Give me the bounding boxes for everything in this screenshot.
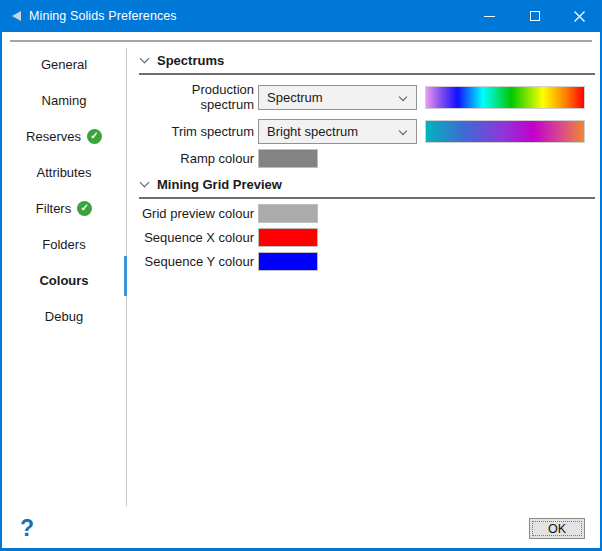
- chevron-down-icon[interactable]: [140, 54, 150, 64]
- sidebar-item-label: Debug: [45, 309, 83, 324]
- chevron-down-icon: [399, 92, 407, 100]
- title-bar: Mining Solids Preferences: [0, 0, 602, 32]
- check-circle-icon: ✓: [87, 129, 102, 144]
- check-circle-icon: ✓: [77, 201, 92, 216]
- colours-panel: Spectrums Production spectrum Spectrum T…: [139, 32, 595, 271]
- ok-button-label: OK: [548, 522, 566, 536]
- dialog-content: General Naming Reserves ✓ Attributes Fil…: [2, 32, 600, 548]
- sidebar: General Naming Reserves ✓ Attributes Fil…: [2, 46, 126, 334]
- sidebar-item-label: Reserves: [26, 129, 81, 144]
- trim-spectrum-preview: [425, 120, 585, 143]
- sidebar-item-colours[interactable]: Colours: [2, 262, 126, 298]
- sidebar-item-label: Folders: [42, 237, 85, 252]
- sidebar-item-reserves[interactable]: Reserves ✓: [2, 118, 126, 154]
- ramp-colour-row: Ramp colour: [139, 149, 595, 168]
- sidebar-item-filters[interactable]: Filters ✓: [2, 190, 126, 226]
- window-icon: [12, 11, 21, 21]
- trim-spectrum-row: Trim spectrum Bright spectrum: [139, 119, 595, 144]
- sidebar-item-label: Naming: [42, 93, 87, 108]
- window-title: Mining Solids Preferences: [29, 9, 177, 23]
- ok-button[interactable]: OK: [529, 518, 585, 539]
- maximize-icon: [530, 11, 540, 21]
- field-label: Trim spectrum: [139, 124, 254, 139]
- section-header-spectrums: Spectrums: [139, 53, 595, 75]
- section-header-mining-grid-preview: Mining Grid Preview: [139, 177, 595, 199]
- field-label: Grid preview colour: [139, 206, 254, 221]
- sidebar-item-label: Attributes: [37, 165, 92, 180]
- preferences-window: Mining Solids Preferences General Naming…: [0, 0, 602, 551]
- production-spectrum-row: Production spectrum Spectrum: [139, 82, 595, 112]
- sequence-y-colour-row: Sequence Y colour: [139, 252, 595, 271]
- sequence-y-colour-swatch[interactable]: [258, 252, 318, 271]
- sequence-x-colour-swatch[interactable]: [258, 228, 318, 247]
- sidebar-item-label: Filters: [36, 201, 71, 216]
- ramp-colour-swatch[interactable]: [258, 149, 318, 168]
- production-spectrum-select[interactable]: Spectrum: [258, 85, 417, 110]
- field-label: Sequence Y colour: [139, 254, 254, 269]
- section-title: Mining Grid Preview: [157, 177, 282, 192]
- field-label: Production spectrum: [139, 82, 254, 112]
- close-icon: [574, 11, 585, 22]
- window-controls: [467, 0, 602, 32]
- chevron-down-icon: [399, 127, 407, 135]
- selected-option: Bright spectrum: [267, 124, 358, 139]
- section-title: Spectrums: [157, 53, 224, 68]
- sidebar-item-folders[interactable]: Folders: [2, 226, 126, 262]
- field-label: Sequence X colour: [139, 230, 254, 245]
- chevron-down-icon[interactable]: [140, 178, 150, 188]
- sidebar-item-general[interactable]: General: [2, 46, 126, 82]
- sequence-x-colour-row: Sequence X colour: [139, 228, 595, 247]
- grid-preview-colour-swatch[interactable]: [258, 204, 318, 223]
- production-spectrum-preview: [425, 86, 585, 109]
- field-label: Ramp colour: [139, 151, 254, 166]
- trim-spectrum-select[interactable]: Bright spectrum: [258, 119, 417, 144]
- close-button[interactable]: [557, 0, 602, 32]
- sidebar-item-naming[interactable]: Naming: [2, 82, 126, 118]
- sidebar-item-debug[interactable]: Debug: [2, 298, 126, 334]
- maximize-button[interactable]: [512, 0, 557, 32]
- grid-preview-colour-row: Grid preview colour: [139, 204, 595, 223]
- selected-option: Spectrum: [267, 90, 323, 105]
- minimize-icon: [484, 16, 495, 17]
- sidebar-item-label: General: [41, 57, 87, 72]
- sidebar-item-attributes[interactable]: Attributes: [2, 154, 126, 190]
- sidebar-item-label: Colours: [39, 273, 88, 288]
- help-button[interactable]: ?: [20, 515, 34, 542]
- minimize-button[interactable]: [467, 0, 512, 32]
